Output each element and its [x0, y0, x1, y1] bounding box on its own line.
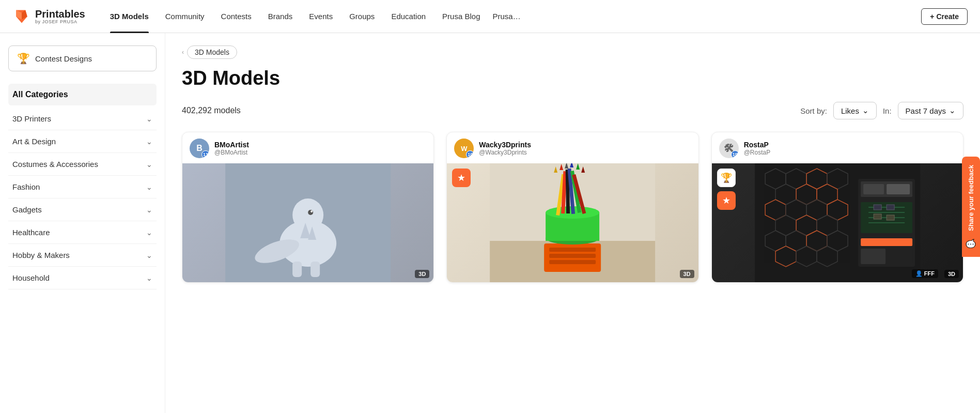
- card-image-3: 🏆 ★ 3D 👤 FFF: [712, 163, 963, 282]
- sort-controls: Sort by: Likes ⌄ In: Past 7 days ⌄: [800, 102, 963, 119]
- svg-rect-68: [874, 214, 881, 219]
- breadcrumb: ‹ 3D Models: [182, 45, 963, 59]
- card-tag-3: 3D: [944, 270, 959, 278]
- main-nav: 3D Models Community Contests Brands Even…: [102, 0, 917, 33]
- category-item-hobby-makers[interactable]: Hobby & Makers ⌄: [8, 244, 157, 267]
- nav-item-brands[interactable]: Brands: [260, 0, 301, 33]
- chevron-down-icon: ⌄: [146, 160, 152, 169]
- nav-item-prusa-more[interactable]: Prusa…: [488, 0, 524, 33]
- sort-by-label: Sort by:: [800, 106, 827, 115]
- card-tag-1: 3D: [415, 270, 429, 278]
- svg-rect-9: [310, 262, 320, 277]
- card-username-2: Wacky3Dprints: [479, 141, 531, 149]
- trophy-icon: 🏆: [17, 52, 30, 65]
- svg-rect-8: [292, 262, 302, 277]
- svg-rect-67: [886, 205, 894, 210]
- model-card-1[interactable]: B 11 BMoArtist @BMoArtist: [182, 132, 434, 283]
- chevron-down-icon: ⌄: [146, 115, 152, 123]
- svg-rect-66: [874, 205, 881, 210]
- card-image-1: 3D: [182, 163, 433, 282]
- category-list: 3D Printers ⌄ Art & Design ⌄ Costumes & …: [8, 108, 157, 289]
- chevron-down-icon: ⌄: [146, 206, 152, 214]
- chevron-down-in-icon: ⌄: [949, 106, 956, 115]
- avatar-1: B 11: [190, 139, 209, 158]
- nav-item-groups[interactable]: Groups: [341, 0, 383, 33]
- header: Printables by JOSEF PRUSA 3D Models Comm…: [0, 0, 980, 33]
- svg-rect-70: [861, 238, 912, 246]
- prusa-logo-icon: [12, 7, 31, 26]
- card-username-3: RostaP: [744, 141, 771, 149]
- category-item-art-design[interactable]: Art & Design ⌄: [8, 130, 157, 153]
- contest-designs-button[interactable]: 🏆 Contest Designs: [8, 45, 157, 71]
- model-card-3[interactable]: 🛠 19 RostaP @RostaP: [711, 132, 963, 283]
- page-title: 3D Models: [182, 67, 963, 89]
- in-select[interactable]: Past 7 days ⌄: [898, 102, 963, 119]
- models-count: 402,292 models: [182, 106, 241, 115]
- card-tag-fff-3: 👤 FFF: [912, 269, 938, 278]
- card-badge-star-3: ★: [717, 191, 736, 210]
- card-image-2: ★ 3D: [447, 163, 698, 282]
- main-content: ‹ 3D Models 3D Models 402,292 models Sor…: [165, 33, 980, 413]
- card-handle-1: @BMoArtist: [214, 149, 249, 156]
- svg-point-13: [310, 210, 313, 212]
- chevron-down-sort-icon: ⌄: [862, 106, 869, 115]
- chevron-down-icon: ⌄: [146, 274, 152, 282]
- svg-rect-72: [888, 249, 912, 264]
- level-badge-3: 19: [731, 150, 739, 158]
- svg-rect-19: [549, 260, 596, 264]
- card-badge-star-2: ★: [452, 169, 471, 187]
- sort-by-select[interactable]: Likes ⌄: [833, 102, 877, 119]
- card-tag-2: 3D: [680, 270, 694, 278]
- svg-rect-18: [549, 254, 596, 258]
- category-item-fashion[interactable]: Fashion ⌄: [8, 176, 157, 198]
- nav-item-education[interactable]: Education: [383, 0, 434, 33]
- nav-item-events[interactable]: Events: [301, 0, 341, 33]
- category-item-gadgets[interactable]: Gadgets ⌄: [8, 198, 157, 221]
- card-username-1: BMoArtist: [214, 141, 249, 149]
- category-item-healthcare[interactable]: Healthcare ⌄: [8, 221, 157, 244]
- breadcrumb-chevron-icon: ‹: [182, 49, 184, 56]
- model-card-2[interactable]: W 10 Wacky3Dprints @Wacky3Dprints: [446, 132, 698, 283]
- svg-rect-69: [886, 215, 894, 220]
- svg-rect-60: [886, 184, 910, 194]
- models-bar: 402,292 models Sort by: Likes ⌄ In: Past…: [182, 102, 963, 119]
- create-button[interactable]: + Create: [921, 8, 968, 25]
- level-badge-2: 10: [466, 150, 474, 158]
- chevron-down-icon: ⌄: [146, 251, 152, 259]
- svg-rect-17: [549, 248, 596, 252]
- category-item-3d-printers[interactable]: 3D Printers ⌄: [8, 108, 157, 130]
- in-label: In:: [883, 106, 892, 115]
- category-item-household[interactable]: Household ⌄: [8, 267, 157, 289]
- card-header-2: W 10 Wacky3Dprints @Wacky3Dprints: [447, 132, 698, 163]
- card-handle-3: @RostaP: [744, 149, 771, 156]
- category-item-costumes-accessories[interactable]: Costumes & Accessories ⌄: [8, 153, 157, 176]
- chevron-down-icon: ⌄: [146, 183, 152, 191]
- all-categories-title: All Categories: [8, 84, 157, 105]
- cards-grid: B 11 BMoArtist @BMoArtist: [182, 132, 963, 283]
- level-badge-1: 11: [201, 150, 209, 158]
- avatar-3: 🛠 19: [719, 139, 739, 158]
- card-header-1: B 11 BMoArtist @BMoArtist: [182, 132, 433, 163]
- nav-item-prusa-blog[interactable]: Prusa Blog: [434, 0, 488, 33]
- svg-rect-59: [863, 184, 884, 194]
- logo[interactable]: Printables by JOSEF PRUSA: [12, 7, 85, 26]
- nav-item-3d-models[interactable]: 3D Models: [102, 0, 157, 33]
- svg-rect-71: [861, 249, 885, 264]
- sidebar: 🏆 Contest Designs All Categories 3D Prin…: [0, 33, 165, 413]
- avatar-2: W 10: [454, 139, 474, 158]
- card-header-3: 🛠 19 RostaP @RostaP: [712, 132, 963, 163]
- chevron-down-icon: ⌄: [146, 137, 152, 146]
- logo-text: Printables by JOSEF PRUSA: [35, 8, 85, 25]
- card-badge-trophy-3: 🏆: [717, 169, 736, 187]
- card-handle-2: @Wacky3Dprints: [479, 149, 531, 156]
- svg-point-12: [308, 210, 313, 215]
- nav-item-community[interactable]: Community: [157, 0, 213, 33]
- breadcrumb-link[interactable]: 3D Models: [187, 45, 237, 59]
- feedback-tab[interactable]: 💬 Share your feedback: [962, 157, 980, 257]
- nav-item-contests[interactable]: Contests: [213, 0, 260, 33]
- chevron-down-icon: ⌄: [146, 228, 152, 237]
- main-layout: 🏆 Contest Designs All Categories 3D Prin…: [0, 33, 980, 413]
